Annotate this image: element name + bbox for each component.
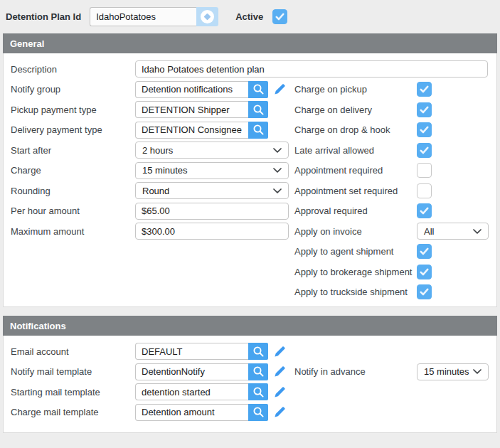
- per-hour-amount-row: Per hour amount: [11, 201, 289, 222]
- notify-in-advance-select[interactable]: 15 minutes: [417, 363, 489, 380]
- search-icon: [252, 346, 265, 358]
- apply-on-invoice-select[interactable]: All: [417, 223, 489, 240]
- appointment-required-row: Appointment required: [294, 161, 489, 181]
- rounding-select[interactable]: Round: [135, 182, 289, 199]
- delivery-payment-type-row: Delivery payment type: [11, 120, 289, 141]
- charge-on-drop-hook-checkbox[interactable]: [417, 122, 432, 137]
- apply-on-invoice-label: Apply on invoice: [294, 226, 417, 237]
- delivery-payment-type-input[interactable]: [135, 122, 248, 139]
- approval-required-checkbox[interactable]: [417, 203, 432, 218]
- notify-group-edit-button[interactable]: [274, 83, 286, 95]
- pickup-payment-type-input[interactable]: [135, 101, 248, 118]
- checkmark-icon: [420, 106, 429, 114]
- chevron-down-icon: [473, 369, 482, 374]
- apply-on-invoice-value: All: [424, 226, 434, 237]
- starting-mail-template-edit-button[interactable]: [274, 386, 286, 398]
- description-label: Description: [11, 64, 135, 75]
- charge-mail-template-input[interactable]: [135, 404, 248, 421]
- email-account-edit-button[interactable]: [274, 346, 286, 358]
- charge-on-drop-hook-row: Charge on drop & hook: [294, 120, 489, 141]
- delivery-payment-type-label: Delivery payment type: [11, 124, 135, 135]
- notify-group-lookup: [135, 81, 268, 98]
- chevron-down-icon: [273, 168, 282, 173]
- apply-to-agent-shipment-checkbox[interactable]: [417, 244, 432, 259]
- approval-required-label: Approval required: [294, 206, 417, 216]
- late-arrival-allowed-checkbox[interactable]: [417, 143, 432, 158]
- starting-mail-template-search-button[interactable]: [248, 383, 268, 400]
- search-icon: [252, 124, 265, 136]
- pencil-icon: [274, 386, 286, 398]
- compass-icon: [201, 10, 214, 23]
- general-panel: Description Notify group: [3, 53, 497, 307]
- apply-to-brokerage-shipment-label: Apply to brokerage shipment: [294, 267, 417, 277]
- checkmark-icon: [275, 13, 284, 21]
- search-icon: [252, 406, 265, 418]
- charge-select[interactable]: 15 minutes: [135, 162, 289, 179]
- description-input[interactable]: [135, 60, 488, 78]
- checkmark-icon: [420, 288, 429, 296]
- appointment-required-label: Appointment required: [294, 165, 417, 176]
- notify-mail-template-lookup: [135, 363, 268, 380]
- charge-mail-template-row: Charge mail template: [11, 402, 289, 423]
- active-checkbox[interactable]: [272, 9, 287, 24]
- pickup-payment-type-search-button[interactable]: [248, 101, 268, 118]
- apply-to-truckside-shipment-label: Apply to truckside shipment: [294, 287, 417, 297]
- maximum-amount-row: Maximum amount: [11, 221, 289, 242]
- email-account-label: Email account: [11, 346, 135, 357]
- late-arrival-allowed-row: Late arrival allowed: [294, 140, 489, 161]
- per-hour-amount-label: Per hour amount: [11, 206, 135, 216]
- charge-on-pickup-checkbox[interactable]: [417, 82, 432, 97]
- notify-mail-template-label: Notify mail template: [11, 366, 135, 377]
- charge-value: 15 minutes: [142, 165, 188, 176]
- notify-mail-template-search-button[interactable]: [248, 363, 268, 380]
- notify-in-advance-value: 15 minutes: [424, 366, 469, 377]
- checkmark-icon: [420, 126, 429, 134]
- start-after-label: Start after: [11, 145, 135, 156]
- charge-mail-template-edit-button[interactable]: [274, 406, 286, 418]
- chevron-down-icon: [473, 229, 482, 234]
- pickup-payment-type-label: Pickup payment type: [11, 105, 135, 115]
- checkmark-icon: [420, 247, 429, 255]
- starting-mail-template-row: Starting mail template: [11, 382, 289, 402]
- general-section-title: General: [10, 38, 44, 49]
- plan-id-lookup-button[interactable]: [196, 7, 218, 26]
- charge-on-delivery-checkbox[interactable]: [417, 102, 432, 117]
- apply-to-brokerage-shipment-checkbox[interactable]: [417, 265, 432, 279]
- maximum-amount-input[interactable]: [135, 223, 289, 240]
- start-after-select[interactable]: 2 hours: [135, 142, 289, 159]
- pencil-icon: [274, 346, 286, 358]
- maximum-amount-label: Maximum amount: [11, 226, 135, 237]
- pencil-icon: [274, 366, 286, 378]
- pencil-icon: [274, 406, 286, 418]
- notify-mail-template-input[interactable]: [135, 363, 248, 380]
- plan-id-input[interactable]: [90, 7, 196, 26]
- topbar: Detention Plan Id Active: [0, 0, 500, 33]
- per-hour-amount-input[interactable]: [135, 203, 289, 220]
- charge-on-pickup-label: Charge on pickup: [294, 84, 417, 95]
- notify-group-input[interactable]: [135, 81, 248, 98]
- notify-group-search-button[interactable]: [248, 81, 268, 98]
- appointment-set-required-checkbox[interactable]: [417, 183, 432, 198]
- charge-on-delivery-label: Charge on delivery: [294, 105, 417, 115]
- email-account-input[interactable]: [135, 343, 248, 360]
- notify-mail-template-edit-button[interactable]: [274, 366, 286, 378]
- notify-in-advance-row: Notify in advance 15 minutes: [294, 362, 489, 383]
- apply-to-truckside-shipment-checkbox[interactable]: [417, 284, 432, 299]
- appointment-required-checkbox[interactable]: [417, 163, 432, 178]
- rounding-label: Rounding: [11, 186, 135, 196]
- delivery-payment-type-search-button[interactable]: [248, 122, 268, 139]
- charge-on-pickup-row: Charge on pickup: [294, 80, 489, 100]
- charge-mail-template-search-button[interactable]: [248, 404, 268, 421]
- appointment-set-required-row: Appointment set required: [294, 181, 489, 201]
- starting-mail-template-input[interactable]: [135, 383, 248, 400]
- start-after-row: Start after 2 hours: [11, 140, 289, 161]
- delivery-payment-type-lookup: [135, 122, 268, 139]
- checkmark-icon: [420, 146, 429, 154]
- checkmark-icon: [420, 207, 429, 215]
- chevron-down-icon: [273, 188, 282, 193]
- email-account-search-button[interactable]: [248, 343, 268, 360]
- starting-mail-template-label: Starting mail template: [11, 387, 135, 398]
- apply-on-invoice-row: Apply on invoice All: [294, 221, 489, 242]
- charge-on-delivery-row: Charge on delivery: [294, 100, 489, 120]
- search-icon: [252, 104, 265, 116]
